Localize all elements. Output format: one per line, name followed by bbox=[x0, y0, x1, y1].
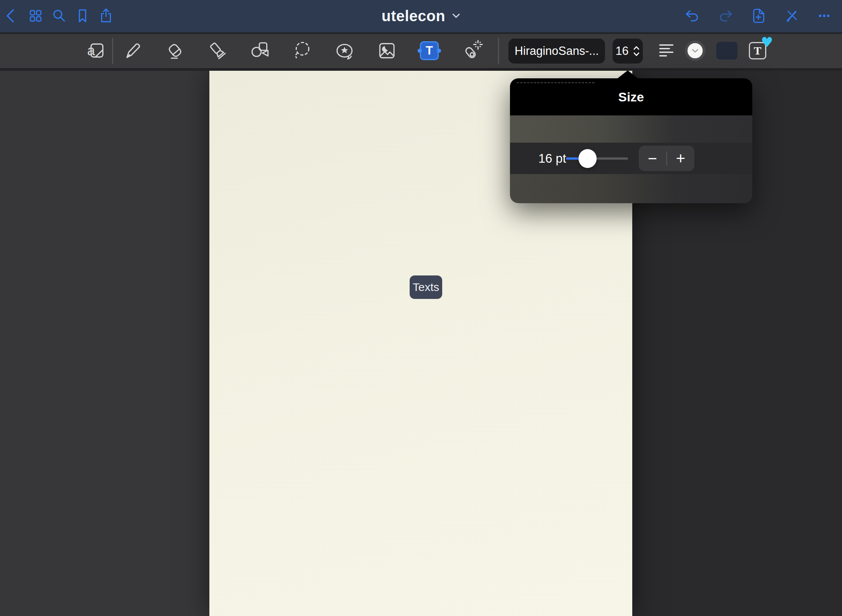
font-size-button[interactable]: 16 bbox=[613, 39, 643, 64]
heart-icon: ♥ bbox=[761, 36, 773, 49]
text-object[interactable]: Texts bbox=[410, 275, 442, 299]
bookmark-icon bbox=[74, 7, 91, 24]
text-align-button[interactable] bbox=[656, 40, 677, 61]
toolbar-divider bbox=[498, 38, 499, 64]
size-control-row: 16 pt − + bbox=[510, 143, 752, 174]
screen: utelecon a bbox=[0, 0, 842, 616]
undo-icon bbox=[683, 7, 701, 24]
popover-title: Size bbox=[618, 90, 644, 104]
back-icon bbox=[3, 7, 20, 24]
tool-highlighter[interactable] bbox=[206, 39, 229, 62]
page-text-mode-icon: a bbox=[85, 40, 107, 62]
size-stepper: − + bbox=[639, 146, 694, 171]
thumbnails-button[interactable] bbox=[25, 5, 46, 26]
tool-laser-pointer[interactable] bbox=[460, 39, 483, 62]
lasso-icon bbox=[291, 40, 313, 62]
redo-button[interactable] bbox=[715, 5, 736, 26]
text-background-swatch-button[interactable] bbox=[716, 42, 738, 60]
align-left-icon bbox=[659, 44, 674, 58]
top-navigation-bar: utelecon bbox=[0, 0, 842, 34]
font-size-value: 16 bbox=[616, 44, 628, 58]
more-ellipsis-icon bbox=[815, 7, 833, 24]
tool-text-selected[interactable]: T bbox=[420, 41, 439, 60]
image-icon bbox=[376, 40, 398, 62]
back-button[interactable] bbox=[1, 5, 22, 26]
pen-icon bbox=[122, 40, 143, 62]
stylus-disable-icon bbox=[783, 7, 801, 24]
popover-upper-band bbox=[510, 115, 752, 143]
stylus-disable-button[interactable] bbox=[781, 5, 803, 26]
more-options-button[interactable] bbox=[814, 5, 835, 26]
tool-page-text-mode[interactable]: a bbox=[84, 39, 107, 62]
undo-button[interactable] bbox=[681, 5, 703, 26]
tool-pen[interactable] bbox=[121, 39, 144, 62]
document-title-button[interactable]: utelecon bbox=[382, 7, 460, 24]
elements-sticker-icon bbox=[334, 40, 356, 62]
highlighter-icon bbox=[206, 40, 228, 62]
size-stepper-chevrons-icon bbox=[633, 45, 640, 57]
size-value-label: 16 pt bbox=[538, 151, 566, 166]
slider-fill bbox=[566, 157, 580, 160]
toolbar-divider bbox=[112, 38, 113, 64]
add-page-icon bbox=[750, 7, 767, 24]
plus-icon: + bbox=[676, 151, 685, 166]
text-tool-glyph: T bbox=[426, 44, 433, 58]
increase-size-button[interactable]: + bbox=[667, 146, 695, 171]
search-icon bbox=[50, 7, 68, 24]
text-object-label: Texts bbox=[413, 281, 439, 294]
bookmark-button[interactable] bbox=[72, 5, 93, 26]
add-page-button[interactable] bbox=[748, 5, 769, 26]
selection-handle-right bbox=[437, 49, 441, 53]
search-button[interactable] bbox=[48, 5, 70, 26]
popover-header: Size bbox=[510, 78, 752, 115]
tool-shapes[interactable] bbox=[248, 39, 271, 62]
font-family-button[interactable]: HiraginoSans-... bbox=[508, 39, 605, 64]
redo-icon bbox=[717, 7, 734, 24]
minus-icon: − bbox=[648, 151, 657, 166]
laser-pointer-icon bbox=[461, 40, 483, 62]
slider-thumb[interactable] bbox=[578, 149, 597, 168]
tool-lasso[interactable] bbox=[291, 39, 313, 62]
chevron-down-icon bbox=[452, 13, 460, 19]
size-slider[interactable] bbox=[566, 143, 628, 174]
tools-toolbar: a T bbox=[0, 34, 842, 71]
document-title: utelecon bbox=[382, 7, 445, 24]
tool-elements[interactable] bbox=[333, 39, 356, 62]
svg-text:a: a bbox=[87, 42, 95, 58]
tool-image[interactable] bbox=[376, 39, 398, 62]
shapes-icon bbox=[249, 40, 271, 62]
share-button[interactable] bbox=[95, 5, 117, 26]
text-color-button[interactable] bbox=[685, 40, 705, 61]
selection-handle-left bbox=[418, 49, 422, 53]
eraser-icon bbox=[164, 40, 186, 62]
text-style-favorites-button[interactable]: T ♥ bbox=[749, 41, 769, 61]
popover-arrow bbox=[617, 70, 638, 79]
decrease-size-button[interactable]: − bbox=[639, 146, 666, 171]
color-chevron-down-icon bbox=[691, 48, 699, 53]
size-popover: Size 16 pt − + bbox=[510, 78, 752, 203]
font-family-label: HiraginoSans-... bbox=[515, 44, 599, 58]
popover-lower-band bbox=[510, 174, 752, 203]
tool-eraser[interactable] bbox=[164, 39, 186, 62]
share-icon bbox=[97, 7, 115, 24]
popover-dashed-line bbox=[517, 82, 594, 83]
thumbnails-grid-icon bbox=[27, 7, 44, 24]
